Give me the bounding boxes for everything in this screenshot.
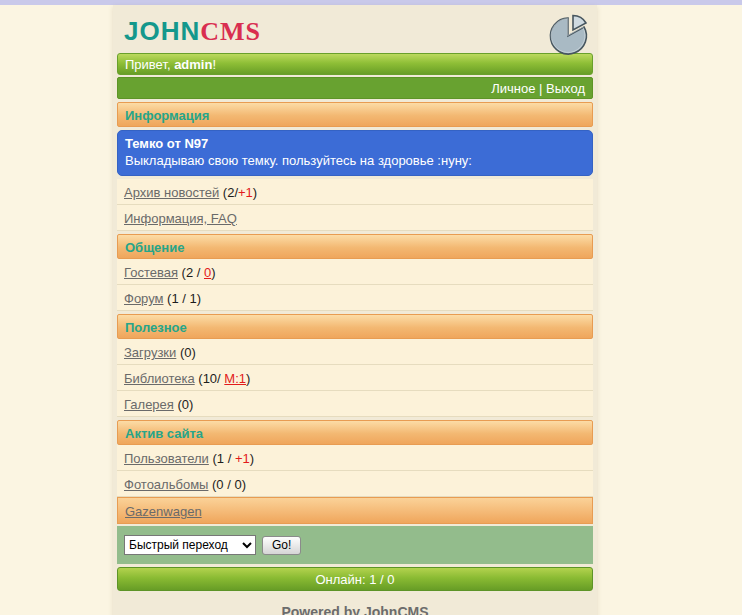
menu-count: )	[211, 265, 215, 280]
greeting-suffix: !	[212, 57, 216, 72]
user-links-bar: Личное | Выход	[117, 77, 593, 99]
logo-cms: CMS	[200, 17, 261, 46]
menu-item[interactable]: Гостевая (2 / 0)	[117, 259, 593, 285]
menu-link-downloads[interactable]: Загрузки	[124, 345, 176, 360]
menu-item[interactable]: Форум (1 / 1)	[117, 285, 593, 311]
menu-item[interactable]: Архив новостей (2/+1)	[117, 179, 593, 205]
menu-count: )	[250, 451, 254, 466]
menu-count-hot: +1	[238, 185, 253, 200]
menu-link-archive-news[interactable]: Архив новостей	[124, 185, 219, 200]
menu-count: (0)	[176, 345, 196, 360]
section-title: Актив сайта	[125, 426, 203, 441]
online-count: Онлайн: 1 / 0	[315, 572, 394, 587]
section-header-useful: Полезное	[117, 314, 593, 339]
menu-link-forum[interactable]: Форум	[124, 291, 164, 306]
user-links-separator: |	[535, 81, 546, 96]
notice-box: Темко от N97 Выкладываю свою темку. поль…	[117, 130, 593, 176]
menu-link-gazenwagen[interactable]: Gazenwagen	[125, 504, 202, 519]
menu-item[interactable]: Информация, FAQ	[117, 205, 593, 231]
menu-link-info-faq[interactable]: Информация, FAQ	[124, 211, 237, 226]
menu-link-library[interactable]: Библиотека	[124, 371, 195, 386]
menu-item[interactable]: Галерея (0)	[117, 391, 593, 417]
quick-jump-select[interactable]: Быстрый переход	[124, 535, 256, 555]
section-header-info: Информация	[117, 102, 593, 127]
section-header-site-activity: Актив сайта	[117, 420, 593, 445]
pie-chart-icon	[546, 12, 592, 58]
online-bar: Онлайн: 1 / 0	[117, 567, 593, 591]
menu-link-gallery[interactable]: Галерея	[124, 397, 174, 412]
menu-count: (0 / 0)	[208, 477, 246, 492]
powered-by-text: Powered by JohnCMS	[117, 604, 593, 615]
menu-count: )	[253, 185, 257, 200]
menu-item[interactable]: Пользователи (1 / +1)	[117, 445, 593, 471]
menu-link-guestbook[interactable]: Гостевая	[124, 265, 178, 280]
greeting-username: admin	[174, 57, 212, 72]
quick-jump-panel: Быстрый переход Go!	[117, 526, 593, 564]
menu-count: (0)	[174, 397, 194, 412]
section-header-communication: Общение	[117, 234, 593, 259]
menu-count: (1 /	[209, 451, 235, 466]
section-title: Полезное	[125, 320, 187, 335]
section-title: Информация	[125, 108, 209, 123]
menu-count: )	[246, 371, 250, 386]
site-logo: JOHNCMS	[124, 16, 261, 47]
notice-body: Выкладываю свою темку. пользуйтесь на зд…	[125, 152, 585, 169]
menu-count: (2 /	[178, 265, 204, 280]
go-button[interactable]: Go!	[262, 536, 301, 555]
menu-item[interactable]: Библиотека (10/ М:1)	[117, 365, 593, 391]
site-header: JOHNCMS	[117, 9, 593, 53]
greeting-bar: Привет, admin!	[117, 53, 593, 75]
menu-link-users[interactable]: Пользователи	[124, 451, 209, 466]
menu-count-hot: М:1	[224, 371, 246, 386]
menu-count: (2/	[219, 185, 238, 200]
menu-count-hot: +1	[235, 451, 250, 466]
logo-john: JOHN	[124, 16, 200, 46]
page-container: JOHNCMS Привет, admin! Личное | Выход Ин…	[113, 5, 597, 615]
logout-link[interactable]: Выход	[546, 81, 585, 96]
greeting-prefix: Привет,	[125, 57, 174, 72]
gazenwagen-band[interactable]: Gazenwagen	[117, 497, 593, 524]
menu-count: (10/	[195, 371, 225, 386]
menu-item[interactable]: Загрузки (0)	[117, 339, 593, 365]
section-title: Общение	[125, 240, 184, 255]
menu-count: (1 / 1)	[164, 291, 202, 306]
personal-link[interactable]: Личное	[491, 81, 535, 96]
notice-title: Темко от N97	[125, 135, 585, 152]
menu-link-photoalbums[interactable]: Фотоальбомы	[124, 477, 208, 492]
menu-item[interactable]: Фотоальбомы (0 / 0)	[117, 471, 593, 497]
